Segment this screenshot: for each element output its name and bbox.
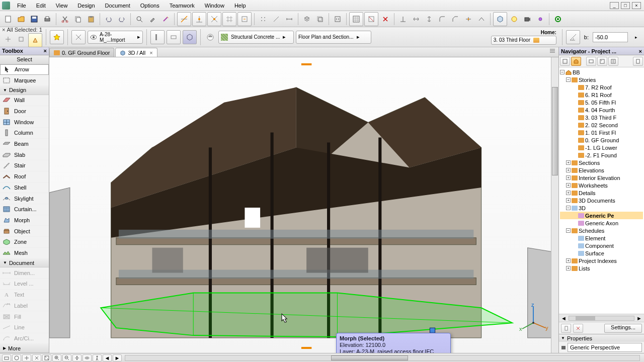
tree-scrollbar[interactable]: ◄►	[559, 314, 644, 322]
find-icon[interactable]	[133, 13, 145, 25]
chamfer-icon[interactable]	[449, 13, 461, 25]
save-icon[interactable]	[28, 13, 40, 25]
tool-door[interactable]: Door	[0, 106, 49, 117]
b-input[interactable]	[593, 32, 628, 42]
toolbox-document-section[interactable]: ▼Document	[0, 259, 49, 268]
tree-story[interactable]: 4. 04 Fourth	[560, 106, 643, 114]
tree-stories[interactable]: −Stories	[560, 76, 643, 83]
nav-publisher-icon[interactable]	[608, 57, 618, 66]
toolbox-close-icon[interactable]: ×	[44, 48, 47, 54]
ruler-icon[interactable]	[270, 13, 282, 25]
tool-text[interactable]: AText	[0, 290, 49, 301]
navigator-close-icon[interactable]: ×	[639, 48, 642, 54]
redo-icon[interactable]	[116, 13, 128, 25]
tab-close-icon[interactable]: ×	[149, 50, 152, 56]
tool-curtain[interactable]: Curtain...	[0, 204, 49, 215]
split-icon[interactable]	[462, 13, 474, 25]
plan-icon[interactable]	[167, 30, 181, 44]
tool-wall[interactable]: Wall	[0, 95, 49, 106]
tree-3d-generic-pe[interactable]: Generic Pe	[560, 212, 643, 219]
properties-header[interactable]: ▼Properties	[559, 334, 644, 342]
nav-project-icon[interactable]	[571, 57, 581, 66]
sb-nav1-icon[interactable]	[2, 354, 11, 361]
tree-3d[interactable]: −3D	[560, 204, 643, 212]
tree-story[interactable]: 5. 05 Fifth Fl	[560, 99, 643, 106]
sb-zoomin-icon[interactable]	[52, 354, 61, 361]
settings-button[interactable]: Settings...	[604, 324, 642, 333]
layer-combo[interactable]: A-28-M_...Import ▸	[88, 31, 143, 44]
rec-icon[interactable]	[552, 13, 564, 25]
tool-label[interactable]: A1Label	[0, 300, 49, 311]
viewport-hscrollbar[interactable]	[125, 355, 640, 361]
minimize-button[interactable]: _	[610, 2, 619, 9]
toolbox-design-section[interactable]: ▼Design	[0, 86, 49, 95]
tool-window[interactable]: Window	[0, 117, 49, 128]
snap-perp-icon[interactable]	[192, 12, 206, 26]
trace-ref-icon[interactable]	[364, 12, 378, 26]
grid-snap-icon[interactable]	[257, 13, 269, 25]
tab-3d[interactable]: 3D / All×	[115, 48, 157, 57]
sb-next-icon[interactable]: ►	[113, 354, 122, 361]
floorplan-combo[interactable]: Floor Plan and Section... ▸	[296, 31, 371, 44]
tool-beam[interactable]: Beam	[0, 139, 49, 150]
edit2-icon[interactable]	[410, 13, 422, 25]
tree-sched-surface[interactable]: Surface	[560, 249, 643, 257]
maximize-button[interactable]: □	[621, 2, 630, 9]
measure-icon[interactable]	[283, 13, 295, 25]
suspend-icon[interactable]	[332, 13, 344, 25]
sb-zoomfit-icon[interactable]	[42, 354, 51, 361]
cancel-icon[interactable]	[379, 13, 391, 25]
info-geo2-icon[interactable]	[15, 33, 27, 45]
3d-icon[interactable]	[183, 30, 197, 44]
axis-gizmo[interactable]: z y x	[518, 303, 548, 333]
sb-zoomout-icon[interactable]	[62, 354, 71, 361]
tree-story[interactable]: 1. 01 First Fl	[560, 129, 643, 136]
tab-options-icon[interactable]	[546, 45, 558, 57]
tool-stair[interactable]: Stair	[0, 160, 49, 171]
tree-schedules[interactable]: −Schedules	[560, 227, 643, 234]
tree-story[interactable]: 3. 03 Third F	[560, 114, 643, 121]
tree-sched-element[interactable]: Element	[560, 234, 643, 242]
nav-layout-icon[interactable]	[597, 57, 607, 66]
grid-display-icon[interactable]	[349, 12, 363, 26]
tree-indexes[interactable]: +Project Indexes	[560, 257, 643, 264]
adjust-icon[interactable]	[475, 13, 488, 25]
open-icon[interactable]	[15, 13, 27, 25]
menu-edit[interactable]: Edit	[31, 1, 51, 10]
tree-3d-generic-axon[interactable]: Generic Axon	[560, 219, 643, 227]
undo-icon[interactable]	[103, 13, 115, 25]
tool-fill[interactable]: Fill	[0, 311, 49, 322]
edit1-icon[interactable]	[397, 13, 409, 25]
tree-story[interactable]: 0. GF Ground	[560, 136, 643, 144]
new-icon[interactable]	[2, 13, 14, 25]
3d-window-icon[interactable]	[493, 12, 507, 26]
sun-icon[interactable]	[534, 13, 546, 25]
info-geo3-icon[interactable]	[28, 33, 42, 47]
favorites-icon[interactable]	[50, 30, 64, 44]
menu-window[interactable]: Window	[200, 1, 229, 10]
tool-dimension[interactable]: Dimen...	[0, 267, 49, 279]
section-icon[interactable]	[150, 30, 165, 44]
close-selection-icon[interactable]: ×	[2, 27, 5, 33]
nav-popup-icon[interactable]	[560, 57, 570, 66]
layers-icon[interactable]	[301, 13, 313, 25]
tree-root[interactable]: −BB	[560, 68, 643, 76]
trace-icon[interactable]	[314, 13, 326, 25]
tool-zone[interactable]: Zone	[0, 237, 49, 248]
tool-mesh[interactable]: Mesh	[0, 248, 49, 259]
snap-grid-icon[interactable]	[222, 12, 236, 26]
property-name-input[interactable]	[568, 343, 642, 352]
tab-ground-floor[interactable]: 0. GF Ground Floor	[49, 48, 114, 57]
info-geo1-icon[interactable]	[2, 33, 14, 45]
tree-group[interactable]: +Sections	[560, 159, 643, 166]
tool-slab[interactable]: Slab	[0, 149, 49, 160]
nav-new-icon[interactable]	[561, 324, 571, 333]
snap-guideline-icon[interactable]	[177, 12, 191, 26]
magic-icon[interactable]	[159, 13, 172, 25]
tool-arc[interactable]: Arc/Ci...	[0, 333, 49, 344]
sb-pan-icon[interactable]	[72, 354, 82, 361]
home-story-combo[interactable]: 3. 03 Third Floor	[491, 36, 556, 45]
menu-teamwork[interactable]: Teamwork	[165, 1, 200, 10]
tree-sched-component[interactable]: Component	[560, 242, 643, 249]
dropper-icon[interactable]	[146, 13, 158, 25]
